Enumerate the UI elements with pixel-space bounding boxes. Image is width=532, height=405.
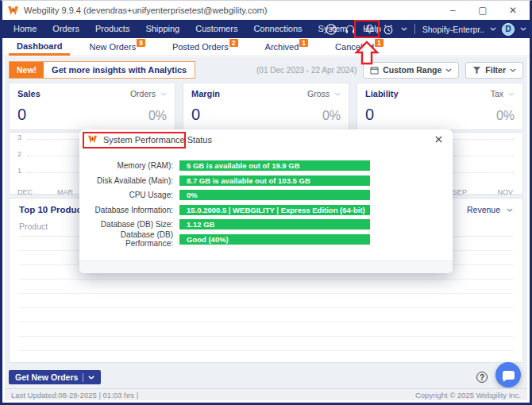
get-orders-dropdown-chevron-icon[interactable] xyxy=(88,376,94,380)
date-range-text: (01 Dec 2023 - 22 Apr 2024) xyxy=(256,66,357,75)
minimize-button[interactable]: – xyxy=(438,1,468,20)
liability-dimension-dropdown[interactable]: Tax xyxy=(491,89,515,98)
db-performance-status-bar: Good (40%) xyxy=(179,234,370,245)
memory-status-bar: 5 GB is available out of 19.9 GB xyxy=(179,160,370,171)
menu-home[interactable]: Home xyxy=(6,20,44,38)
copyright-text: Copyright © 2025 Webgility Inc. xyxy=(415,391,521,399)
custom-range-button[interactable]: Custom Range xyxy=(363,62,459,79)
system-performance-dialog: System Performance Status Memory (RAM): … xyxy=(79,129,453,273)
product-list-row xyxy=(19,337,513,351)
calendar-icon xyxy=(370,66,379,75)
notifications-bell-icon[interactable] xyxy=(363,22,376,36)
menu-shipping[interactable]: Shipping xyxy=(137,20,187,38)
dashboard-subheader: New! Get more insights with Analytics (0… xyxy=(9,60,523,79)
menu-divider xyxy=(414,24,415,34)
system-performance-gauge-icon[interactable] xyxy=(325,22,338,36)
user-menu-chevron-icon[interactable] xyxy=(520,27,526,31)
margin-card-title: Margin xyxy=(191,89,220,98)
db-info-status-bar: 15.0.2000.5 | WEBGILITY | Express Editio… xyxy=(179,205,370,215)
menu-customers[interactable]: Customers xyxy=(187,20,245,38)
tab-new-orders[interactable]: New Orders8 xyxy=(81,38,152,56)
db-size-status-bar: 1.12 GB xyxy=(179,219,370,230)
subheader-right: (01 Dec 2023 - 22 Apr 2024) Custom Range… xyxy=(256,62,523,79)
posted-orders-count-badge: 2 xyxy=(229,39,238,47)
revenue-chevron-icon xyxy=(507,208,513,212)
sales-metric-card: Sales Orders 0 0% xyxy=(9,83,175,130)
sales-dimension-dropdown[interactable]: Orders xyxy=(130,89,167,98)
title-bar: Webgility 9.9.4 (devendras+unifyenterpri… xyxy=(2,1,530,20)
analytics-promo-label: Get more insights with Analytics xyxy=(44,62,195,78)
margin-percent: 0% xyxy=(322,109,341,123)
product-list-row xyxy=(19,294,513,308)
y-axis-tick: 3 xyxy=(17,133,21,141)
disk-row: Disk Available (Main): 8.7 GB is availab… xyxy=(79,176,453,186)
product-list-row xyxy=(19,280,513,294)
cpu-row: CPU Usage: 0% xyxy=(79,190,453,200)
menu-products[interactable]: Products xyxy=(87,20,137,38)
cpu-status-bar: 0% xyxy=(179,190,370,200)
x-axis-tick: MAR xyxy=(57,188,73,196)
revenue-metric-selector[interactable]: Revenue xyxy=(467,205,513,214)
liability-percent: 0% xyxy=(496,109,515,123)
status-bar: Last Updated:08-29-2025 | 01:03 hrs | Co… xyxy=(5,388,527,400)
sales-percent: 0% xyxy=(148,109,167,123)
new-orders-count-badge: 8 xyxy=(137,39,145,47)
liability-metric-card: Liability Tax 0 0% xyxy=(357,83,523,130)
product-list-row xyxy=(19,308,513,322)
y-axis-tick: 1 xyxy=(17,167,21,175)
scheduler-dropdown-chevron-icon[interactable] xyxy=(401,27,407,31)
store-selector-label[interactable]: Shopify-Enterpr.. xyxy=(422,25,484,34)
custom-range-chevron-icon xyxy=(445,68,452,72)
margin-metric-card: Margin Gross 0 0% xyxy=(183,83,349,130)
menu-connections[interactable]: Connections xyxy=(245,20,310,38)
help-button[interactable]: ? xyxy=(476,372,488,383)
product-list-row xyxy=(19,351,513,365)
tab-posted-orders[interactable]: Posted Orders2 xyxy=(164,38,246,56)
menu-right-cluster: Shopify-Enterpr.. D xyxy=(325,20,526,38)
x-axis-tick: NOV xyxy=(497,188,513,196)
tab-dashboard[interactable]: Dashboard xyxy=(9,38,70,56)
margin-value: 0 xyxy=(191,106,200,124)
chat-support-button[interactable] xyxy=(495,362,521,388)
x-axis-tick: SEP xyxy=(453,188,467,196)
title-annotation-red-box xyxy=(83,132,186,148)
support-headset-icon[interactable] xyxy=(344,22,357,36)
y-axis-tick: 2 xyxy=(17,150,21,158)
window-controls: – ▢ ✕ xyxy=(438,1,528,20)
margin-dimension-dropdown[interactable]: Gross xyxy=(307,89,341,98)
new-flag-badge: New! xyxy=(10,62,44,78)
menu-bar: Home Orders Products Shipping Customers … xyxy=(2,20,530,38)
dialog-body: Memory (RAM): 5 GB is available out of 1… xyxy=(79,149,453,245)
db-size-row: Database (DB) Size: 1.12 GB xyxy=(79,219,453,230)
close-button[interactable]: ✕ xyxy=(498,1,528,20)
filter-funnel-icon xyxy=(472,66,481,75)
store-selector-chevron-icon[interactable] xyxy=(490,27,496,31)
chevron-down-icon xyxy=(160,92,167,96)
chat-icon xyxy=(503,371,515,380)
dialog-header: System Performance Status xyxy=(79,129,453,149)
cancelled-count-badge: 1 xyxy=(375,39,384,47)
metric-cards-row: Sales Orders 0 0% Margin Gross 0 0% xyxy=(9,83,523,130)
db-performance-row: Database (DB) Performance: Good (40%) xyxy=(79,234,453,245)
button-divider xyxy=(83,373,83,382)
analytics-promo-button[interactable]: New! Get more insights with Analytics xyxy=(9,61,195,79)
filter-button[interactable]: Filter xyxy=(465,62,523,79)
dialog-close-button[interactable] xyxy=(432,133,445,146)
last-updated-text: Last Updated:08-29-2025 | 01:03 hrs | xyxy=(11,391,138,399)
x-axis-tick: DEC xyxy=(17,188,33,196)
get-new-orders-button[interactable]: Get New Orders xyxy=(9,370,101,384)
scheduler-alarm-icon[interactable] xyxy=(382,22,395,36)
db-info-row: Database Information: 15.0.2000.5 | WEBG… xyxy=(79,205,453,215)
liability-card-title: Liability xyxy=(365,89,399,98)
sales-card-title: Sales xyxy=(17,89,40,98)
tab-archived[interactable]: Archived1 xyxy=(257,38,317,56)
menu-orders[interactable]: Orders xyxy=(44,20,87,38)
tab-cancelled[interactable]: Cancelled1 xyxy=(327,38,391,56)
user-avatar[interactable]: D xyxy=(502,23,515,36)
tab-bar: Dashboard New Orders8 Posted Orders2 Arc… xyxy=(2,38,530,56)
product-list-row xyxy=(19,322,513,337)
chevron-down-icon xyxy=(334,92,341,96)
archived-count-badge: 1 xyxy=(299,39,308,47)
maximize-button[interactable]: ▢ xyxy=(468,1,498,20)
webgility-logo-icon xyxy=(7,6,19,16)
